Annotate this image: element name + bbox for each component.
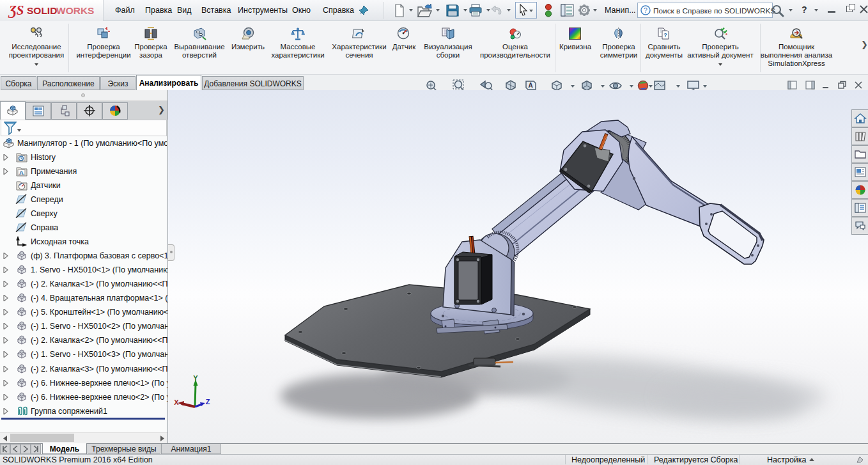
- svg-text:?: ?: [663, 32, 667, 38]
- svg-text:ƷS: ƷS: [8, 3, 24, 18]
- svg-text:*: *: [725, 32, 727, 38]
- svg-text:X: X: [174, 398, 179, 406]
- svg-text:Y: Y: [193, 374, 198, 382]
- svg-text:Z: Z: [206, 398, 210, 406]
- svg-text:?: ?: [644, 6, 647, 14]
- svg-text:A: A: [19, 169, 24, 176]
- svg-text:SOLID: SOLID: [27, 5, 57, 16]
- svg-text:A: A: [528, 82, 532, 89]
- svg-text:WORKS: WORKS: [56, 5, 94, 16]
